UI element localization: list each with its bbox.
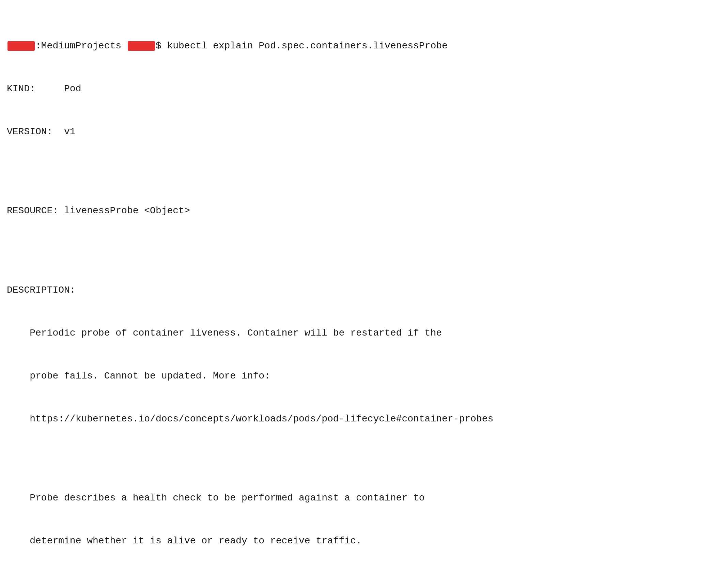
desc-line-1: Periodic probe of container liveness. Co… bbox=[7, 326, 705, 340]
resource-label: RESOURCE: bbox=[7, 205, 58, 216]
description-label: DESCRIPTION: bbox=[7, 283, 705, 297]
directory-text: :MediumProjects bbox=[35, 41, 121, 51]
version-line: VERSION: v1 bbox=[7, 125, 705, 139]
blank-1 bbox=[7, 168, 705, 175]
resource-value: livenessProbe <Object> bbox=[64, 205, 190, 216]
resource-line: RESOURCE: livenessProbe <Object> bbox=[7, 204, 705, 218]
command-text: $ kubectl explain Pod.spec.containers.li… bbox=[156, 41, 448, 51]
desc-line-3: https://kubernetes.io/docs/concepts/work… bbox=[7, 412, 705, 426]
command-line: :MediumProjects $ kubectl explain Pod.sp… bbox=[7, 39, 705, 53]
username-redacted bbox=[7, 41, 35, 51]
desc-line-5: determine whether it is alive or ready t… bbox=[7, 534, 705, 548]
branch-redacted bbox=[128, 41, 155, 51]
desc-line-4: Probe describes a health check to be per… bbox=[7, 491, 705, 505]
blank-4 bbox=[7, 577, 705, 584]
blank-3 bbox=[7, 455, 705, 462]
blank-2 bbox=[7, 247, 705, 254]
desc-line-2: probe fails. Cannot be updated. More inf… bbox=[7, 369, 705, 383]
kind-line: KIND: Pod bbox=[7, 82, 705, 96]
terminal-output: :MediumProjects $ kubectl explain Pod.sp… bbox=[7, 10, 705, 588]
